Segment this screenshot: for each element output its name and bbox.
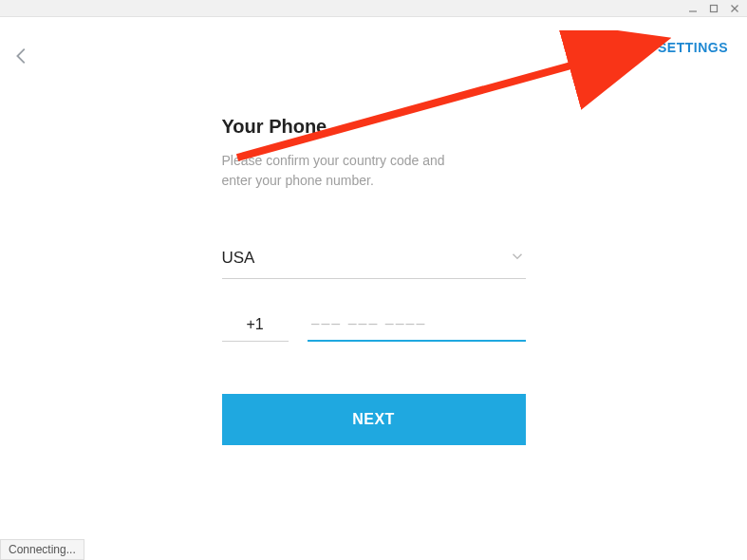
country-code-input[interactable] (222, 308, 289, 342)
page-subtitle: Please confirm your country code and ent… (222, 151, 469, 191)
page-title: Your Phone (222, 116, 526, 138)
app-header: SETTINGS (0, 17, 747, 59)
maximize-button[interactable] (707, 2, 720, 15)
country-name: USA (222, 249, 255, 268)
close-button[interactable] (728, 2, 741, 15)
login-form: Your Phone Please confirm your country c… (222, 116, 526, 445)
phone-row (222, 308, 526, 342)
svg-rect-1 (711, 5, 718, 11)
phone-number-input[interactable] (308, 308, 526, 342)
back-button[interactable] (11, 46, 34, 68)
window-titlebar (0, 0, 747, 17)
country-select[interactable]: USA (222, 248, 526, 279)
status-badge: Connecting... (0, 539, 84, 560)
minimize-button[interactable] (686, 2, 700, 15)
chevron-down-icon (509, 248, 526, 269)
settings-link[interactable]: SETTINGS (658, 40, 728, 55)
next-button[interactable]: NEXT (222, 394, 526, 445)
